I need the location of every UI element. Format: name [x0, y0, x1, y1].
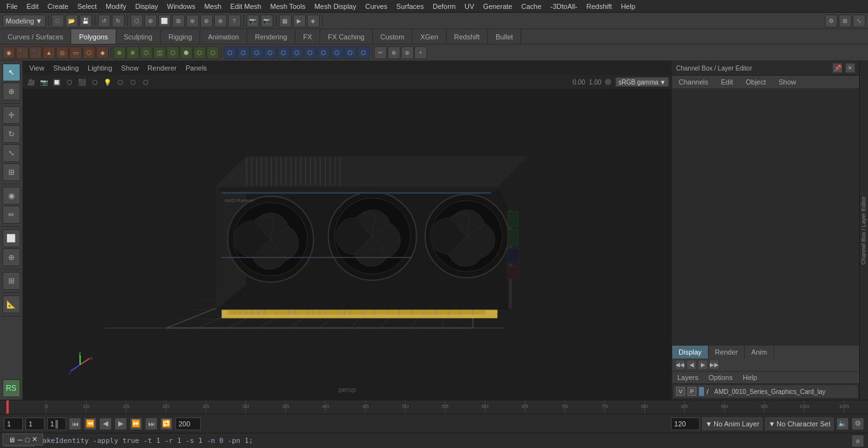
snap-btn[interactable]: ⊕ — [3, 248, 20, 266]
le-tab-display[interactable]: Display — [672, 346, 709, 358]
connect-btn[interactable]: ⬡ — [344, 46, 356, 59]
vp-tb-comp[interactable]: ⬡ — [140, 76, 151, 88]
tab-redshift[interactable]: Redshift — [447, 29, 488, 44]
menu-mesh[interactable]: Mesh — [200, 1, 225, 11]
vp-tb-light[interactable]: 💡 — [102, 76, 113, 88]
layer-end-btn[interactable]: ▶▶ — [709, 360, 719, 370]
char-set-dropdown[interactable]: ▼ No Character Set — [765, 417, 834, 430]
timeline[interactable]: 5 10 15 20 25 30 35 40 45 50 55 60 65 — [0, 400, 868, 414]
window-bar-btn[interactable]: 🖥 ─ □ ✕ — [3, 433, 43, 445]
cylinder-btn[interactable]: ⬛ — [29, 46, 42, 59]
mirror-btn[interactable]: ◫ — [153, 46, 166, 59]
menu-edit[interactable]: Edit — [23, 1, 43, 11]
bevel-btn[interactable]: ⬡ — [250, 46, 263, 59]
cut-btn[interactable]: ✂ — [374, 46, 387, 59]
vp-menu-renderer[interactable]: Renderer — [144, 63, 180, 73]
select-mode-btn[interactable]: ⬡ — [130, 15, 143, 27]
vp-tb-shaded[interactable]: ⬛ — [76, 76, 88, 88]
new-file-btn[interactable]: □ — [51, 15, 64, 27]
menu-mesh-tools[interactable]: Mesh Tools — [266, 1, 309, 11]
plane-btn[interactable]: ▭ — [69, 46, 82, 59]
snap-curve-btn[interactable]: ⊕ — [186, 15, 199, 27]
timeline-bar[interactable]: 5 10 15 20 25 30 35 40 45 50 55 60 65 — [6, 400, 868, 414]
torus-btn[interactable]: ◎ — [56, 46, 69, 59]
tab-fx-caching[interactable]: FX Caching — [320, 29, 372, 44]
cb-pin-btn[interactable]: 📌 — [832, 63, 843, 73]
scale-tool-btn[interactable]: ⤡ — [3, 144, 20, 162]
undo-btn[interactable]: ↺ — [98, 15, 111, 27]
vp-tb-wire[interactable]: ⬡ — [64, 76, 75, 88]
show-manip-btn[interactable]: ⊞ — [3, 272, 20, 290]
render-btn[interactable]: ▶ — [293, 15, 306, 27]
cone-btn[interactable]: ▲ — [43, 46, 55, 59]
settings2-btn[interactable]: ⚙ — [851, 417, 864, 430]
poke-btn[interactable]: ⬡ — [264, 46, 276, 59]
vp-menu-view[interactable]: View — [25, 63, 48, 73]
menu-redshift[interactable]: Redshift — [583, 1, 616, 11]
remesh-btn[interactable]: ⬢ — [180, 46, 193, 59]
vp-menu-lighting[interactable]: Lighting — [84, 63, 116, 73]
layer-row[interactable]: V P / AMD_0010_Series_Graphics_Card_lay — [674, 385, 858, 398]
soft-select-btn[interactable]: ◉ — [3, 187, 20, 205]
tab-rendering[interactable]: Rendering — [247, 29, 295, 44]
proj-curve-btn[interactable]: ⬡ — [304, 46, 316, 59]
ls-tab-help[interactable]: Help — [738, 372, 763, 383]
frame-end-field[interactable]: 120 — [671, 417, 700, 430]
vp-tb-shadow[interactable]: ⬡ — [114, 76, 126, 88]
menu-select[interactable]: Select — [74, 1, 101, 11]
insert-loop-btn[interactable]: ⊕ — [388, 46, 400, 59]
tab-curves-surfaces[interactable]: Curves / Surfaces — [0, 29, 71, 44]
tab-custom[interactable]: Custom — [373, 29, 413, 44]
cb-tab-channels[interactable]: Channels — [672, 76, 714, 88]
ls-tab-options[interactable]: Options — [703, 372, 738, 383]
go-start-btn[interactable]: ⏮ — [69, 417, 81, 430]
tab-fx[interactable]: FX — [295, 29, 320, 44]
merge-btn[interactable]: ⬡ — [277, 46, 290, 59]
vp-tb-tex[interactable]: ⬡ — [89, 76, 100, 88]
platonic-btn[interactable]: ◆ — [96, 46, 109, 59]
cb-tab-object[interactable]: Object — [739, 76, 772, 88]
play-fwd-btn[interactable]: ▶ — [114, 417, 127, 430]
bridge-btn[interactable]: ⬡ — [237, 46, 250, 59]
cb-tab-show[interactable]: Show — [772, 76, 803, 88]
fill-hole-btn[interactable]: ⬡ — [357, 46, 370, 59]
spin-edge-btn[interactable]: ⬡ — [317, 46, 330, 59]
camera2-btn[interactable]: 📷 — [261, 15, 273, 27]
measure-tool-btn[interactable]: 📐 — [3, 295, 20, 313]
tab-sculpting[interactable]: Sculpting — [116, 29, 161, 44]
playback-start-field[interactable]: 200 — [175, 417, 201, 430]
universal-manip-btn[interactable]: ⊞ — [3, 163, 20, 181]
menu-3dtall[interactable]: -3DtoAll- — [546, 1, 581, 11]
audio-btn[interactable]: 🔈 — [836, 417, 849, 430]
layout-btn[interactable]: ⊞ — [839, 15, 851, 27]
tab-polygons[interactable]: Polygons — [71, 29, 116, 44]
current-frame-field[interactable]: 1 — [4, 417, 23, 430]
menu-uv[interactable]: UV — [461, 1, 478, 11]
cb-close-btn[interactable]: ✕ — [845, 63, 855, 73]
vp-tb-cam1[interactable]: 🎥 — [25, 76, 37, 88]
ipr-btn[interactable]: ◈ — [307, 15, 320, 27]
flip-btn[interactable]: ⬡ — [330, 46, 343, 59]
snap-surface-btn[interactable]: ⊕ — [214, 15, 227, 27]
tab-xgen[interactable]: XGen — [412, 29, 446, 44]
anim-layer-dropdown[interactable]: ▼ No Anim Layer — [702, 417, 763, 430]
layer-reference-btn[interactable]: P — [688, 387, 696, 396]
offset-loop-btn[interactable]: ⊕ — [401, 46, 414, 59]
layer-visibility-btn[interactable]: V — [676, 387, 685, 396]
frame-start-field[interactable]: 1 — [25, 417, 44, 430]
measure-btn[interactable]: ? — [228, 15, 241, 27]
menu-curves[interactable]: Curves — [362, 1, 391, 11]
menu-help[interactable]: Help — [617, 1, 639, 11]
redo-btn[interactable]: ↻ — [112, 15, 125, 27]
redshift-btn[interactable]: RS — [3, 379, 20, 397]
extrude-btn[interactable]: ⬡ — [224, 46, 236, 59]
layer-expand-btn[interactable]: / — [707, 388, 712, 395]
snap-point-btn[interactable]: ⊕ — [200, 15, 213, 27]
window-close-btn[interactable]: ✕ — [32, 435, 37, 444]
rotate-tool-btn[interactable]: ↻ — [3, 125, 20, 143]
window-minimize-btn[interactable]: ─ — [18, 436, 23, 444]
menu-display[interactable]: Display — [132, 1, 162, 11]
camera-btn[interactable]: 📷 — [247, 15, 259, 27]
loop-btn[interactable]: 🔁 — [160, 417, 173, 430]
layer-back-btn[interactable]: ◀ — [686, 360, 696, 370]
